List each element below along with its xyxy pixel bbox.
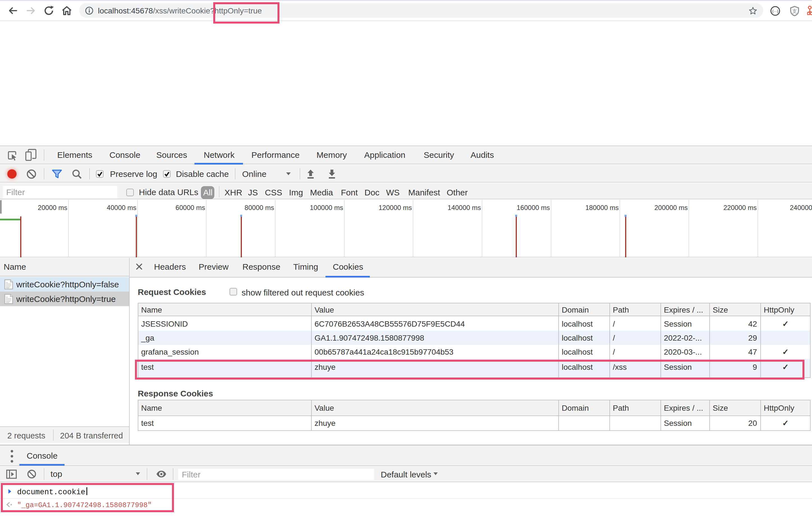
svg-text:支: 支 bbox=[792, 8, 797, 14]
svg-text:{···}: {···} bbox=[772, 9, 778, 13]
